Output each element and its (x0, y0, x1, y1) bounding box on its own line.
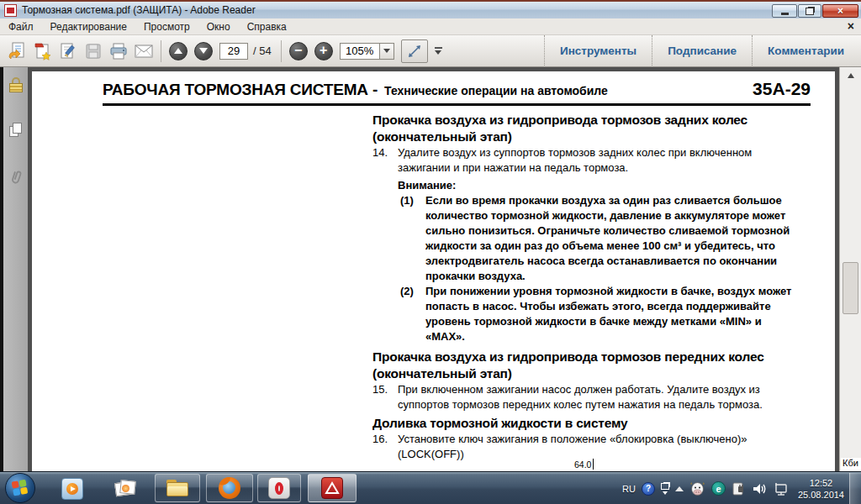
help-tray-icon[interactable]: ? (642, 482, 655, 496)
minimize-button[interactable] (772, 4, 797, 18)
step-text: Удалите воздух из суппортов тормозов зад… (398, 145, 797, 176)
step-text: Установите ключ зажигания в положение «б… (398, 432, 797, 462)
zoom-out-button[interactable]: − (286, 39, 311, 63)
step-number: 14. (372, 145, 398, 176)
document-page-code: 35А-29 (753, 79, 811, 99)
title-bar[interactable]: Тормозная система.pdf (ЗАЩИТА) - Adobe R… (0, 0, 861, 18)
taskbar-item-adobe-reader[interactable] (308, 474, 357, 502)
lock-icon (9, 77, 23, 92)
scrollbar-thumb[interactable] (843, 262, 858, 314)
previous-page-button[interactable] (166, 39, 191, 63)
taskbar-item-firefox[interactable] (206, 474, 253, 502)
toolbar-overflow-button[interactable] (435, 47, 442, 55)
zoom-dropdown-button[interactable] (380, 43, 394, 60)
document-content: Прокачка воздуха из гидропривода тормозо… (372, 112, 797, 462)
zoom-level-select[interactable]: 105% (340, 43, 394, 60)
toolbar-separator (161, 40, 161, 62)
security-settings-button[interactable] (3, 77, 28, 92)
plus-icon: + (320, 44, 327, 57)
antivirus-tray-icon[interactable]: e (711, 481, 726, 496)
menu-bar: Файл Редактирование Просмотр Окно Справк… (0, 18, 861, 35)
measurement-value: 64.0 (574, 459, 591, 470)
measurement-overlay: 64.0 (573, 459, 594, 470)
clock-date: 25.08.2014 (798, 489, 844, 501)
scroll-up-button[interactable] (840, 69, 861, 81)
print-button[interactable] (106, 39, 131, 63)
document-page: РАБОЧАЯ ТОРМОЗНАЯ СИСТЕМА - Технические … (32, 71, 835, 471)
document-canvas: РАБОЧАЯ ТОРМОЗНАЯ СИСТЕМА - Технические … (28, 67, 839, 471)
save-button[interactable] (81, 39, 106, 63)
page-up-icon (174, 48, 182, 54)
warning-label: Внимание: (398, 178, 797, 193)
menu-window[interactable]: Окно (198, 21, 239, 33)
close-button[interactable]: × (822, 4, 858, 18)
opera-icon (268, 477, 290, 499)
power-plug-tray-icon[interactable] (732, 481, 746, 496)
warning-number: (2) (400, 284, 425, 344)
numbered-step: 15. При включенном зажигании насос долже… (372, 382, 797, 412)
firefox-icon (219, 477, 240, 499)
page-down-icon (199, 48, 208, 54)
close-document-icon[interactable]: × (848, 19, 854, 33)
open-file-button[interactable] (5, 39, 30, 63)
taskbar-item-explorer[interactable] (155, 474, 200, 502)
language-indicator[interactable]: RU (622, 484, 636, 494)
numbered-step: 14. Удалите воздух из суппортов тормозов… (372, 145, 797, 176)
zoom-level-value: 105% (340, 43, 380, 60)
show-desktop-button[interactable] (849, 473, 861, 504)
network-tray-icon[interactable] (773, 481, 789, 496)
menu-edit[interactable]: Редактирование (42, 21, 135, 33)
document-header-subtitle: Технические операции на автомобиле (384, 84, 608, 97)
warning-text: Если во время прокачки воздуха за один р… (425, 193, 797, 284)
page-thumbnails-button[interactable] (3, 123, 28, 138)
menu-file[interactable]: Файл (0, 21, 42, 33)
close-icon: × (837, 6, 843, 16)
page-number-input[interactable] (219, 43, 248, 60)
adobe-reader-icon (321, 477, 343, 499)
sign-document-button[interactable] (55, 39, 81, 63)
navigation-sidebar (3, 67, 28, 471)
taskbar-clock[interactable]: 12:52 25.08.2014 (798, 477, 844, 501)
section-heading: Прокачка воздуха из гидропривода тормозо… (372, 112, 768, 145)
attachments-button[interactable] (3, 168, 28, 186)
vertical-scrollbar[interactable] (839, 67, 861, 471)
next-page-button[interactable] (191, 39, 216, 63)
taskbar-item-opera[interactable] (257, 474, 301, 502)
menu-help[interactable]: Справка (239, 21, 295, 33)
chevron-down-icon (383, 49, 390, 53)
start-button[interactable] (5, 473, 35, 503)
restore-icon (806, 8, 814, 15)
warning-text: При понижении уровня тормозной жидкости … (425, 284, 797, 344)
page-total-label: / 54 (253, 45, 272, 57)
volume-tray-icon[interactable] (752, 481, 767, 496)
tools-panel-button[interactable]: Инструменты (544, 35, 652, 67)
zoom-in-button[interactable]: + (311, 39, 336, 63)
fit-window-icon (408, 45, 421, 58)
numbered-step: 16. Установите ключ зажигания в положени… (372, 432, 797, 462)
document-workarea: РАБОЧАЯ ТОРМОЗНАЯ СИСТЕМА - Технические … (0, 67, 861, 471)
restore-button[interactable] (798, 4, 821, 18)
cow-app-tray-icon[interactable] (689, 481, 705, 496)
windows-flag-icon (12, 480, 29, 497)
restore-window-tray-icon[interactable] (661, 483, 669, 495)
sign-panel-button[interactable]: Подписание (652, 35, 752, 67)
show-hidden-icons-button[interactable] (675, 486, 684, 491)
warning-item: (2) При понижении уровня тормозной жидко… (400, 284, 797, 344)
menu-view[interactable]: Просмотр (135, 21, 198, 33)
chevron-down-icon (663, 491, 668, 495)
toolbar: / 54 − + 105% Инструменты Подписание Ком… (0, 35, 861, 67)
email-button[interactable] (131, 39, 156, 63)
sign-document-icon (58, 42, 78, 60)
minus-icon: − (294, 44, 302, 57)
fit-window-button[interactable] (401, 39, 428, 63)
document-header: РАБОЧАЯ ТОРМОЗНАЯ СИСТЕМА - Технические … (103, 79, 811, 106)
print-icon (108, 42, 129, 60)
taskbar-item-photo-viewer[interactable] (109, 474, 140, 503)
comments-panel-button[interactable]: Комментарии (752, 35, 859, 67)
create-pdf-button[interactable] (30, 39, 55, 63)
warning-item: (1) Если во время прокачки воздуха за од… (400, 193, 797, 284)
step-number: 15. (372, 382, 398, 412)
taskbar-item-media-player[interactable] (57, 474, 87, 503)
photo-viewer-icon (114, 479, 135, 499)
desktop-fragment: Кби (841, 458, 861, 471)
